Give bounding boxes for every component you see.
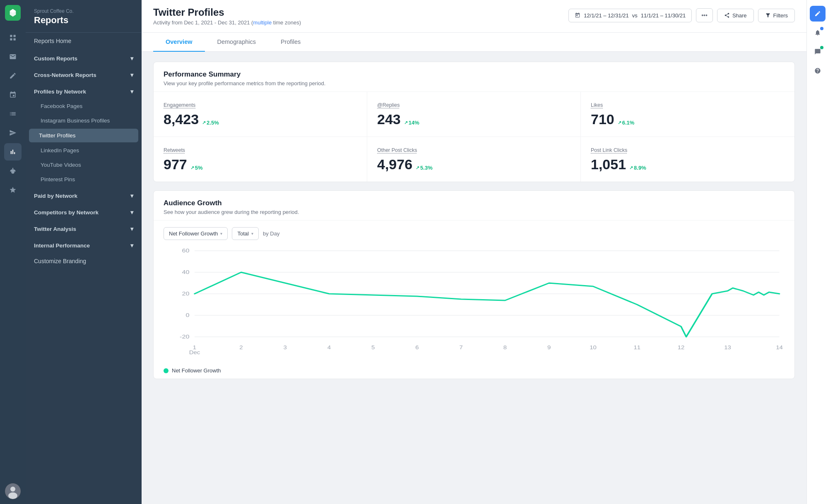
- svg-rect-1: [14, 35, 16, 37]
- right-icon-notifications[interactable]: [810, 25, 826, 41]
- sidebar-item-competitors-by-network[interactable]: Competitors by Network ▾: [26, 203, 142, 220]
- edit-icon: [814, 10, 821, 17]
- nav-icon-send[interactable]: [4, 124, 22, 142]
- sidebar-label-profiles-by-network: Profiles by Network: [34, 89, 86, 95]
- nav-icon-bot[interactable]: [4, 162, 22, 180]
- performance-summary-subtitle: View your key profile performance metric…: [164, 80, 785, 86]
- sidebar-item-custom-reports[interactable]: Custom Reports ▾: [26, 49, 142, 66]
- top-bar-actions: 12/1/21 – 12/31/21 vs 11/1/21 – 11/30/21…: [568, 8, 795, 22]
- metric-cell-likes: Likes 710 ↗ 6.1%: [581, 92, 794, 137]
- legend-label-net-follower: Net Follower Growth: [172, 367, 221, 374]
- nav-icon-inbox[interactable]: [4, 48, 22, 65]
- filters-button[interactable]: Filters: [758, 9, 795, 22]
- help-icon: [814, 67, 821, 74]
- metric-value-retweets: 977 ↗ 5%: [164, 156, 357, 173]
- nav-icon-chart[interactable]: [4, 143, 22, 161]
- sidebar-label-cross-network: Cross-Network Reports: [34, 72, 96, 78]
- message-icon: [814, 48, 821, 55]
- audience-chart: 60 40 20 0 -20 1 Dec 2 3 4 5 6: [164, 247, 785, 354]
- legend-dot-net-follower: [164, 368, 168, 373]
- sidebar-item-facebook-pages[interactable]: Facebook Pages: [26, 99, 142, 113]
- calendar-icon: [575, 12, 580, 18]
- sidebar-item-customize-branding[interactable]: Customize Branding: [26, 253, 142, 269]
- svg-text:10: 10: [590, 345, 597, 350]
- nav-icon-compose[interactable]: [4, 67, 22, 84]
- top-bar: Twitter Profiles Activity from Dec 1, 20…: [142, 0, 806, 33]
- svg-text:20: 20: [182, 291, 189, 297]
- svg-text:8: 8: [503, 345, 507, 350]
- share-button[interactable]: Share: [717, 9, 754, 22]
- performance-summary-header: Performance Summary View your key profil…: [154, 62, 794, 92]
- metric-label-link-clicks: Post Link Clicks: [591, 147, 627, 153]
- filters-icon: [765, 12, 771, 18]
- tab-overview[interactable]: Overview: [153, 33, 205, 52]
- more-options-button[interactable]: •••: [696, 8, 713, 22]
- nav-icon-pin[interactable]: [4, 86, 22, 103]
- sidebar-item-youtube-videos[interactable]: YouTube Videos: [26, 158, 142, 172]
- timezone-label: time zones: [273, 19, 299, 26]
- chevron-down-icon: ▾: [130, 209, 133, 216]
- metric-change-other-clicks: ↗ 5.3%: [416, 165, 433, 171]
- metric-value-link-clicks: 1,051 ↗ 8.9%: [591, 156, 785, 173]
- sidebar-item-cross-network[interactable]: Cross-Network Reports ▾: [26, 66, 142, 82]
- metric-dropdown-value: Net Follower Growth: [169, 230, 218, 237]
- sidebar-item-reports-home[interactable]: Reports Home: [26, 33, 142, 49]
- sidebar-item-linkedin-pages[interactable]: LinkedIn Pages: [26, 143, 142, 158]
- chevron-down-icon: ▾: [130, 242, 133, 249]
- right-icon-message[interactable]: [810, 44, 826, 60]
- metric-cell-retweets: Retweets 977 ↗ 5%: [154, 137, 367, 182]
- svg-point-5: [10, 487, 15, 492]
- svg-text:60: 60: [182, 248, 189, 254]
- nav-icon-grid[interactable]: [4, 29, 22, 46]
- sidebar-item-twitter-analysis[interactable]: Twitter Analysis ▾: [26, 220, 142, 236]
- sidebar-label-twitter-profiles: Twitter Profiles: [39, 132, 76, 139]
- multiple-timezones-link[interactable]: multiple: [253, 19, 272, 26]
- sidebar-label-linkedin-pages: LinkedIn Pages: [41, 147, 79, 154]
- chevron-down-icon: ▾: [130, 88, 133, 95]
- sidebar-item-paid-by-network[interactable]: Paid by Network ▾: [26, 187, 142, 203]
- segment-dropdown[interactable]: Total ▾: [232, 227, 258, 240]
- sidebar-label-internal-performance: Internal Performance: [34, 242, 90, 249]
- svg-text:2: 2: [239, 345, 243, 350]
- nav-icon-list[interactable]: [4, 105, 22, 122]
- tab-demographics-label: Demographics: [217, 38, 256, 45]
- right-icon-edit[interactable]: [810, 6, 826, 22]
- sidebar-label-facebook-pages: Facebook Pages: [41, 103, 82, 109]
- sidebar-item-twitter-profiles[interactable]: Twitter Profiles: [29, 129, 138, 142]
- metric-change-engagements: ↗ 2.5%: [202, 120, 219, 126]
- metric-label-retweets: Retweets: [164, 147, 185, 153]
- content-area: Performance Summary View your key profil…: [142, 52, 806, 397]
- segment-dropdown-value: Total: [237, 230, 248, 237]
- sidebar-item-internal-performance[interactable]: Internal Performance ▾: [26, 236, 142, 253]
- sidebar-item-pinterest-pins[interactable]: Pinterest Pins: [26, 172, 142, 187]
- metric-value-other-clicks: 4,976 ↗ 5.3%: [377, 156, 570, 173]
- right-icon-help[interactable]: [810, 63, 826, 79]
- metric-label-replies: @Replies: [377, 102, 400, 108]
- sidebar-item-instagram-business[interactable]: Instagram Business Profiles: [26, 113, 142, 128]
- date-range-button[interactable]: 12/1/21 – 12/31/21 vs 11/1/21 – 11/30/21: [568, 9, 692, 22]
- metric-cell-engagements: Engagements 8,423 ↗ 2.5%: [154, 92, 367, 137]
- company-name: Sprout Coffee Co.: [34, 8, 133, 14]
- activity-text: Activity from Dec 1, 2021 - Dec 31, 2021…: [153, 19, 301, 26]
- tab-profiles[interactable]: Profiles: [268, 33, 313, 52]
- svg-text:40: 40: [182, 269, 189, 275]
- message-badge: [820, 46, 823, 49]
- sidebar-label-customize-branding: Customize Branding: [34, 258, 86, 264]
- chevron-down-icon: ▾: [130, 226, 133, 232]
- tab-demographics[interactable]: Demographics: [205, 33, 269, 52]
- sidebar-label-instagram-business: Instagram Business Profiles: [41, 118, 110, 124]
- notification-badge: [820, 27, 823, 30]
- sidebar-label-custom-reports: Custom Reports: [34, 55, 77, 62]
- filters-label: Filters: [773, 12, 788, 19]
- date-range-label: 12/1/21 – 12/31/21: [584, 12, 628, 19]
- metric-dropdown[interactable]: Net Follower Growth ▾: [164, 227, 228, 240]
- bell-icon: [814, 29, 821, 36]
- svg-text:13: 13: [724, 345, 731, 350]
- more-dots-icon: •••: [701, 12, 708, 19]
- sidebar-item-profiles-by-network[interactable]: Profiles by Network ▾: [26, 82, 142, 99]
- avatar-area: [5, 483, 21, 499]
- metric-cell-other-clicks: Other Post Clicks 4,976 ↗ 5.3%: [367, 137, 581, 182]
- by-day-label: by Day: [263, 230, 279, 237]
- nav-icon-star[interactable]: [4, 181, 22, 199]
- tab-overview-label: Overview: [166, 38, 193, 45]
